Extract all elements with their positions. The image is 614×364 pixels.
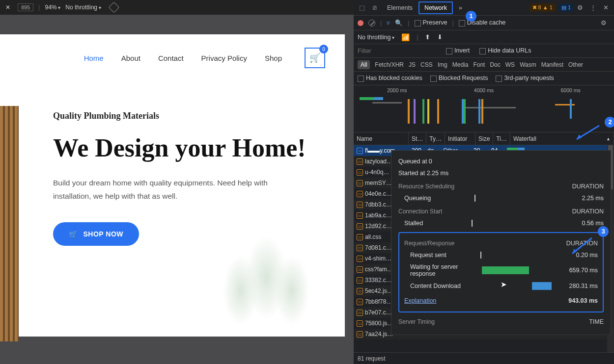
file-icon: ▭ [357, 191, 363, 197]
tab-close-icon[interactable]: ✕ [3, 4, 13, 11]
tab-elements[interactable]: Elements [381, 1, 419, 14]
file-icon: ▭ [357, 148, 363, 154]
started-label: Started at 2.25 ms [398, 170, 448, 177]
file-icon: ▭ [357, 299, 363, 305]
nav-shop[interactable]: Shop [265, 54, 282, 62]
file-icon: ▭ [357, 256, 363, 262]
invert-checkbox[interactable]: Invert [446, 47, 470, 54]
col-time[interactable]: Ti… [493, 132, 510, 145]
cart-icon: 🛒 [69, 230, 78, 238]
clear-icon[interactable] [368, 20, 375, 26]
kebab-icon[interactable]: ⋮ [586, 1, 599, 14]
type-css[interactable]: CSS [420, 61, 433, 68]
cursor-icon: ➤ [501, 280, 507, 289]
type-img[interactable]: Img [438, 61, 447, 68]
nav-about[interactable]: About [121, 54, 140, 62]
inspect-icon[interactable]: ⬚ [356, 1, 368, 14]
file-icon: ▭ [357, 223, 363, 230]
type-media[interactable]: Media [452, 61, 469, 68]
timing-popover: Queued at 0 Started at 2.25 ms Resource … [391, 150, 611, 335]
upload-icon[interactable]: ⬆ [425, 33, 430, 41]
type-other[interactable]: Other [568, 61, 583, 68]
explanation-link[interactable]: Explanation [404, 297, 436, 304]
hide-data-urls-checkbox[interactable]: Hide data URLs [479, 47, 531, 54]
queued-label: Queued at 0 [398, 158, 432, 165]
tick-label: 2000 ms [387, 87, 407, 93]
messages-badge[interactable]: ▤ 1 [558, 3, 574, 12]
hero-subhead: Quality Plumbing Materials [53, 111, 345, 121]
resource-type-filter: All Fetch/XHR JS CSS Img Media Font Doc … [354, 58, 614, 72]
gear-icon[interactable]: ⚙ [597, 17, 610, 29]
cart-icon: 🛒 [309, 52, 320, 63]
viewport-width-box[interactable]: 895 [18, 3, 33, 11]
zoom-dropdown[interactable]: 94% [45, 4, 60, 11]
blocked-requests-checkbox[interactable]: Blocked Requests [430, 75, 488, 81]
file-icon: ▭ [357, 212, 363, 219]
file-icon: ▭ [357, 202, 363, 208]
type-js[interactable]: JS [409, 61, 416, 68]
file-icon: ▭ [357, 266, 363, 273]
callout-2: 2 [605, 117, 614, 128]
nav-contact[interactable]: Contact [158, 54, 184, 62]
type-manifest[interactable]: Manifest [541, 61, 563, 68]
col-status[interactable]: St… [409, 132, 426, 145]
website-preview: Home About Contact Privacy Policy Shop 🛒… [0, 34, 345, 337]
type-doc[interactable]: Doc [490, 61, 500, 68]
file-icon: ▭ [357, 320, 363, 327]
file-icon: ▭ [357, 288, 363, 294]
col-size[interactable]: Size [475, 132, 493, 145]
col-name[interactable]: Name [354, 132, 409, 145]
tab-network[interactable]: Network [419, 1, 453, 14]
col-initiator[interactable]: Initiator [445, 132, 475, 145]
hero-paragraph: Build your dream home with quality equip… [53, 177, 284, 203]
file-icon: ▭ [357, 158, 363, 165]
cart-count-badge: 0 [319, 45, 328, 53]
file-icon: ▭ [357, 245, 363, 251]
type-font[interactable]: Font [473, 61, 485, 68]
network-throttle-dropdown[interactable]: No throttling [358, 34, 394, 41]
type-all[interactable]: All [358, 60, 370, 69]
close-devtools-icon[interactable]: ✕ [599, 1, 612, 14]
file-icon: ▭ [357, 180, 363, 186]
request-list: ▭fl▬▬y.com…200do…Other30…94…▭lazyload…▭u… [354, 145, 614, 352]
col-waterfall[interactable]: Waterfall▲ [510, 132, 614, 145]
file-icon: ▭ [357, 277, 363, 284]
type-wasm[interactable]: Wasm [520, 61, 536, 68]
issues-badge[interactable]: ✖ 8 ▲ 1 [530, 3, 556, 12]
disable-cache-checkbox[interactable]: Disable cache [459, 19, 506, 26]
file-icon: ▭ [357, 310, 363, 316]
hero-headline: We Design your Home! [53, 133, 345, 163]
wifi-icon[interactable]: 📶 [401, 33, 410, 41]
tick-label: 6000 ms [561, 87, 581, 93]
site-nav: Home About Contact Privacy Policy Shop 🛒… [0, 34, 345, 81]
type-ws[interactable]: WS [505, 61, 515, 68]
request-count: 81 request [358, 355, 386, 362]
shop-now-button[interactable]: 🛒 SHOP NOW [53, 222, 139, 246]
download-icon[interactable]: ⬇ [437, 33, 443, 41]
nav-privacy[interactable]: Privacy Policy [201, 54, 247, 62]
col-type[interactable]: Ty… [426, 132, 445, 145]
file-icon: ▭ [357, 331, 363, 338]
network-overview[interactable]: 2000 ms 4000 ms 6000 ms 2 [354, 85, 614, 132]
filter-icon[interactable]: ▿ [387, 19, 390, 26]
cart-button[interactable]: 🛒 0 [305, 48, 325, 68]
blocked-cookies-checkbox[interactable]: Has blocked cookies [358, 75, 422, 81]
third-party-checkbox[interactable]: 3rd-party requests [496, 75, 554, 81]
type-fetch[interactable]: Fetch/XHR [375, 61, 404, 68]
record-icon[interactable] [358, 20, 363, 26]
callout-1: 1 [466, 11, 476, 22]
tabs-more[interactable]: » [453, 1, 468, 14]
callout-3: 3 [598, 226, 609, 237]
search-icon[interactable]: 🔍 [395, 19, 403, 26]
file-icon: ▭ [357, 169, 363, 176]
device-icon[interactable]: ⎚ [368, 1, 381, 14]
file-icon: ▭ [357, 234, 363, 240]
throttle-dropdown[interactable]: No throttling [65, 4, 101, 11]
filter-input[interactable] [358, 48, 436, 54]
nav-home[interactable]: Home [84, 54, 104, 62]
leaf-decoration [202, 214, 330, 341]
gear-icon[interactable]: ⚙ [574, 1, 586, 14]
preserve-log-checkbox[interactable]: Preserve [415, 19, 447, 26]
rotate-icon[interactable] [108, 2, 119, 13]
shop-now-label: SHOP NOW [84, 230, 124, 238]
